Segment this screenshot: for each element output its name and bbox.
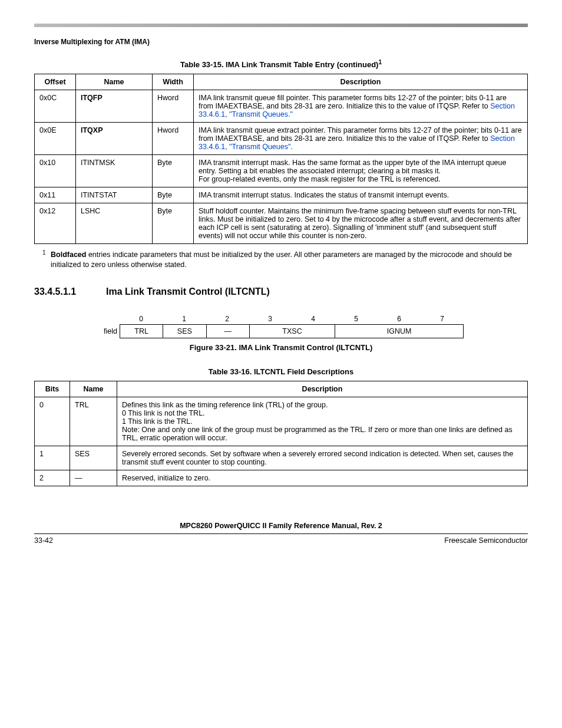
cell-width: Byte: [153, 187, 194, 203]
running-header: Inverse Multiplexing for ATM (IMA): [34, 38, 528, 46]
bit-number: 6: [378, 315, 421, 324]
cell-description: IMA transmit interrupt mask. Has the sam…: [194, 155, 528, 187]
bit-number: 3: [249, 315, 292, 324]
vendor-name: Freescale Semiconductor: [444, 536, 528, 545]
table-row: 0x0EITQXPHwordIMA link transmit queue ex…: [35, 123, 528, 155]
cell-description: IMA link transmit queue fill pointer. Th…: [194, 90, 528, 123]
cell-description: Severely errored seconds. Set by softwar…: [117, 446, 528, 470]
th-offset: Offset: [35, 74, 76, 90]
cell-offset: 0x0E: [35, 123, 76, 155]
cell-name: ITINTMSK: [76, 155, 153, 187]
bit-number: 4: [292, 315, 335, 324]
section-title: Ima Link Transmit Control (ILTCNTL): [106, 286, 270, 297]
footnote-text: entries indicate parameters that must be…: [51, 251, 512, 269]
page-number: 33-42: [34, 536, 53, 545]
figure-caption: Figure 33-21. IMA Link Transmit Control …: [34, 343, 528, 352]
cell-width: Hword: [153, 123, 194, 155]
table-row: 0x12LSHCByteStuff holdoff counter. Maint…: [35, 203, 528, 244]
cell-name: LSHC: [76, 203, 153, 244]
cell-bits: 2: [35, 470, 70, 486]
th-desc: Description: [117, 381, 528, 397]
bit-field: IGNUM: [335, 325, 463, 338]
bit-field: —: [207, 325, 250, 338]
cell-description: Reserved, initialize to zero.: [117, 470, 528, 486]
cell-bits: 1: [35, 446, 70, 470]
cell-name: ITINTSTAT: [76, 187, 153, 203]
cell-offset: 0x10: [35, 155, 76, 187]
bit-number: 5: [335, 315, 378, 324]
footnote-marker: 1: [42, 249, 46, 257]
bit-field: TRL: [120, 325, 163, 338]
cell-description: IMA transmit interrupt status. Indicates…: [194, 187, 528, 203]
bit-number: 2: [206, 315, 249, 324]
cell-name: ITQXP: [76, 123, 153, 155]
table-row: 0TRLDefines this link as the timing refe…: [35, 397, 528, 446]
header-rule: [34, 24, 528, 27]
cell-offset: 0x11: [35, 187, 76, 203]
bit-row-label: field: [98, 324, 120, 338]
section-heading: 33.4.5.1.1Ima Link Transmit Control (ILT…: [34, 286, 528, 297]
table-16: Bits Name Description 0TRLDefines this l…: [34, 381, 528, 486]
table-15: Offset Name Width Description 0x0CITQFPH…: [34, 74, 528, 244]
table-15-footnote: 1 Boldfaced entries indicate parameters …: [42, 250, 528, 270]
bit-field-figure: 01234567 field TRLSES—TXSCIGNUM: [98, 315, 464, 338]
bit-field: SES: [163, 325, 206, 338]
cell-bits: 0: [35, 397, 70, 446]
bit-field: TXSC: [250, 325, 336, 338]
cell-name: SES: [70, 446, 117, 470]
cell-width: Hword: [153, 90, 194, 123]
footnote-lead: Boldfaced: [51, 251, 86, 259]
table-row: 0x0CITQFPHwordIMA link transmit queue fi…: [35, 90, 528, 123]
table-header-row: Bits Name Description: [35, 381, 528, 397]
footer-doc-title: MPC8260 PowerQUICC II Family Reference M…: [34, 522, 528, 530]
th-name: Name: [70, 381, 117, 397]
section-number: 33.4.5.1.1: [34, 286, 106, 297]
cell-description: IMA link transmit queue extract pointer.…: [194, 123, 528, 155]
th-width: Width: [153, 74, 194, 90]
bit-number: 7: [421, 315, 464, 324]
cell-offset: 0x0C: [35, 90, 76, 123]
cell-name: —: [70, 470, 117, 486]
cell-offset: 0x12: [35, 203, 76, 244]
table-row: 2—Reserved, initialize to zero.: [35, 470, 528, 486]
cell-name: ITQFP: [76, 90, 153, 123]
table-row: 0x10ITINTMSKByteIMA transmit interrupt m…: [35, 155, 528, 187]
th-bits: Bits: [35, 381, 70, 397]
cell-width: Byte: [153, 203, 194, 244]
bit-number: 1: [163, 315, 206, 324]
table-row: 1SESSeverely errored seconds. Set by sof…: [35, 446, 528, 470]
table-16-title: Table 33-16. ILTCNTL Field Descriptions: [34, 367, 528, 376]
cell-description: Defines this link as the timing referenc…: [117, 397, 528, 446]
cell-description: Stuff holdoff counter. Maintains the min…: [194, 203, 528, 244]
page-footer: 33-42 Freescale Semiconductor: [34, 533, 528, 545]
th-desc: Description: [194, 74, 528, 90]
cell-name: TRL: [70, 397, 117, 446]
page: Inverse Multiplexing for ATM (IMA) Table…: [0, 0, 562, 562]
table-row: 0x11ITINTSTATByteIMA transmit interrupt …: [35, 187, 528, 203]
cell-width: Byte: [153, 155, 194, 187]
table-header-row: Offset Name Width Description: [35, 74, 528, 90]
th-name: Name: [76, 74, 153, 90]
table-15-title: Table 33-15. IMA Link Transmit Table Ent…: [34, 59, 528, 69]
bit-number: 0: [120, 315, 163, 324]
